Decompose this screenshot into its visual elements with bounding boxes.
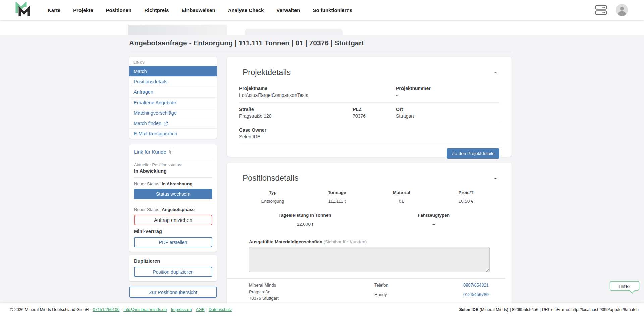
sidebar-status-card: Link für Kunde Aktueller Positionsstatus… xyxy=(129,144,217,230)
nav-item-analyse-check[interactable]: Analyse Check xyxy=(228,7,264,13)
contact-section: Mineral Minds Pragstraße 70376 Stuttgart… xyxy=(227,278,505,302)
project-row-3: Case Owner Selen IDE xyxy=(239,123,499,144)
nav-item-positionen[interactable]: Positionen xyxy=(106,7,132,13)
sidebar-item-label: E-Mail Konfiguration xyxy=(133,131,177,136)
positionsdetails-title: Positionsdetails xyxy=(243,173,299,183)
user-avatar-icon[interactable] xyxy=(616,4,628,16)
project-row-2: Straße Pragstraße 120 PLZ 70376 Ort Stut… xyxy=(239,103,499,123)
footer-user-name: Selen IDE xyxy=(459,307,479,312)
customer-link-label: Link für Kunde xyxy=(134,149,166,155)
duplizieren-card: Duplizieren Position duplizieren xyxy=(129,255,217,281)
footer-datenschutz-link[interactable]: Datenschutz xyxy=(209,307,232,312)
projektnummer-value: - xyxy=(396,92,499,98)
sidebar-links-header: LINKS xyxy=(129,57,217,66)
plz-value: 70376 xyxy=(353,113,396,119)
footer-agb-link[interactable]: AGB xyxy=(196,307,205,312)
sidebar-item-match-finden[interactable]: Match finden xyxy=(129,118,217,128)
materialeigenschaften-label: Ausgefüllte Materialeigenschaften (Sicht… xyxy=(249,239,490,244)
project-row-1: Projektname LotActualTargetComparisonTes… xyxy=(239,82,499,103)
sidebar-item-label: Anfragen xyxy=(133,89,153,95)
status-wechseln-button[interactable]: Status wechseln xyxy=(134,189,212,199)
projektname-label: Projektname xyxy=(239,86,353,91)
footer-bar: © 2026 Mineral Minds Deutschland GmbH·07… xyxy=(0,303,644,316)
current-status-value: In Abwicklung xyxy=(134,168,212,174)
spec-fahrzeugtypen: Fahrzeugtypen – xyxy=(369,213,498,227)
mobile-link[interactable]: 0123/456789 xyxy=(463,292,489,297)
phone-label: Telefon xyxy=(374,282,388,288)
nav-item-richtpreis[interactable]: Richtpreis xyxy=(144,7,169,13)
customer-link[interactable]: Link für Kunde xyxy=(134,148,212,159)
projektdetails-card: Projektdetails - Projektname LotActualTa… xyxy=(227,57,512,157)
top-navigation-bar: Karte Projekte Positionen Richtpreis Ein… xyxy=(0,0,644,20)
help-button[interactable]: Hilfe? xyxy=(610,281,639,291)
sidebar-item-matchingvorschlaege[interactable]: Matchingvorschläge xyxy=(129,108,217,118)
position-duplizieren-button[interactable]: Position duplizieren xyxy=(134,267,212,277)
sidebar-item-erhaltene-angebote[interactable]: Erhaltene Angebote xyxy=(129,97,217,108)
footer-left: © 2026 Mineral Minds Deutschland GmbH·07… xyxy=(10,307,232,312)
contact-company-line: 70376 Stuttgart xyxy=(249,295,374,302)
header-right-icons xyxy=(595,4,628,16)
footer-user-info: Selen IDE (Mineral Minds) | 8209b5fc54a6… xyxy=(459,307,639,312)
mineral-minds-logo[interactable] xyxy=(15,2,31,18)
duplizieren-title: Duplizieren xyxy=(134,258,212,264)
sidebar-item-anfragen[interactable]: Anfragen xyxy=(129,87,217,97)
app-window: Karte Projekte Positionen Richtpreis Ein… xyxy=(0,0,644,316)
sidebar-item-positionsdetails[interactable]: Positionsdetails xyxy=(129,76,217,87)
collapse-toggle[interactable]: - xyxy=(494,174,497,182)
footer-impressum-link[interactable]: Impressum xyxy=(171,307,192,312)
main-nav: Karte Projekte Positionen Richtpreis Ein… xyxy=(48,7,352,13)
contact-phone-row: Telefon 0987/654321 xyxy=(374,282,489,291)
spec-tagesleistung: Tagesleistung in Tonnen 22.000 t xyxy=(240,213,369,227)
mobile-label: Handy xyxy=(374,292,387,297)
copy-icon xyxy=(169,149,174,154)
zu-den-projektdetails-button[interactable]: Zu den Projektdetails xyxy=(447,148,499,159)
title-divider xyxy=(129,51,512,51)
collapse-toggle[interactable]: - xyxy=(494,69,497,76)
divider xyxy=(134,177,212,178)
next-status-line-2: Neuer Status: Angebotsphase xyxy=(134,207,212,212)
next-status-line-1: Neuer Status: In Abrechnung xyxy=(134,181,212,186)
scrolled-content-remnant-right xyxy=(245,29,343,35)
scrolled-content-remnant-left xyxy=(128,25,227,35)
footer-phone-link[interactable]: 07151/250100 xyxy=(93,307,120,312)
contact-company-line: Pragstraße xyxy=(249,289,374,295)
sidebar-item-label: Matchingvorschläge xyxy=(133,110,177,116)
auftrag-entziehen-button[interactable]: Auftrag entziehen xyxy=(134,215,212,225)
sidebar-item-label: Positionsdetails xyxy=(133,79,167,84)
footer-email-link[interactable]: info@mineral-minds.de xyxy=(124,307,167,312)
phone-link[interactable]: 0987/654321 xyxy=(463,282,489,288)
footer-user-rest: (Mineral Minds) | 8209b5fc54a6 | URL of … xyxy=(478,307,639,312)
logo-icon xyxy=(15,2,31,18)
nav-item-einbauweisen[interactable]: Einbauweisen xyxy=(182,7,215,13)
sidebar-item-label: Erhaltene Angebote xyxy=(133,100,176,105)
zur-positionsuebersicht-button[interactable]: Zur Positionsübersicht xyxy=(129,287,217,298)
case-owner-label: Case Owner xyxy=(239,127,353,133)
case-owner-value: Selen IDE xyxy=(239,134,353,139)
contact-company-line: Mineral Minds xyxy=(249,282,374,289)
strasse-label: Straße xyxy=(239,107,353,112)
nav-item-karte[interactable]: Karte xyxy=(48,7,60,13)
spec-typ: Typ Entsorgung xyxy=(240,190,305,204)
external-link-icon xyxy=(164,121,168,126)
spec-material: Material 01 xyxy=(369,190,434,204)
contact-mobile-row: Handy 0123/456789 xyxy=(374,291,489,301)
contact-company: Mineral Minds Pragstraße 70376 Stuttgart xyxy=(249,282,374,302)
nav-item-projekte[interactable]: Projekte xyxy=(73,7,93,13)
ort-label: Ort xyxy=(396,107,499,112)
nav-item-verwalten[interactable]: Verwalten xyxy=(276,7,300,13)
sidebar-links-card: LINKS Match Positionsdetails Anfragen Er… xyxy=(129,57,217,139)
pdf-erstellen-button[interactable]: PDF erstellen xyxy=(134,237,212,247)
sidebar-item-label: Match finden xyxy=(133,121,161,126)
footer-copyright: © 2026 Mineral Minds Deutschland GmbH xyxy=(10,307,89,312)
sidebar-item-email-konfiguration[interactable]: E-Mail Konfiguration xyxy=(129,128,217,139)
projektname-value: LotActualTargetComparisonTests xyxy=(239,92,353,98)
nav-item-so-funktionierts[interactable]: So funktioniert's xyxy=(313,7,352,13)
sidebar-item-match[interactable]: Match xyxy=(129,66,217,76)
strasse-value: Pragstraße 120 xyxy=(239,113,353,119)
projektdetails-title: Projektdetails xyxy=(243,68,291,77)
server-icon[interactable] xyxy=(595,5,607,15)
materialeigenschaften-textarea[interactable] xyxy=(249,247,490,272)
spec-tonnage: Tonnage 111.111 t xyxy=(305,190,369,204)
next-status-value-2: Angebotsphase xyxy=(162,207,195,212)
projektnummer-label: Projektnummer xyxy=(396,86,499,91)
